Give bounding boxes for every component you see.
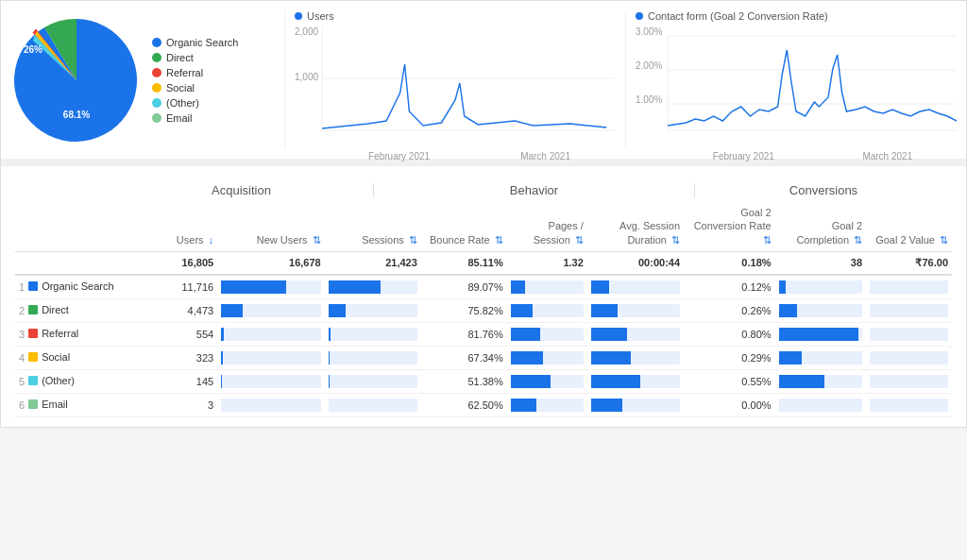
table-header-row: Users ↓ New Users ⇅ Sessions ⇅ Bounce Ra…	[15, 201, 952, 251]
sort-new-users-icon: ⇅	[313, 233, 321, 246]
conv-y-2: 2.00%	[636, 60, 662, 71]
conversion-chart-dot	[636, 12, 643, 20]
row-num-2: 3	[19, 329, 25, 340]
users-chart-section: Users 2,000 1,000 February 2021 March 20…	[284, 10, 616, 149]
pages-bar-cell-3	[507, 346, 587, 369]
row-num-4: 5	[19, 376, 25, 387]
conv-x-feb: February 2021	[713, 151, 774, 161]
pie-blue-label: 68.1%	[63, 110, 90, 120]
users-x-feb: February 2021	[368, 151, 430, 161]
th-sessions[interactable]: Sessions ⇅	[325, 201, 421, 251]
goal2-val-bar-cell-2	[866, 322, 952, 346]
users-cell-0: 11,716	[131, 275, 217, 299]
legend-email-dot	[152, 113, 161, 123]
users-cell-5: 3	[131, 393, 217, 416]
source-cell-1[interactable]: 2Direct	[15, 298, 131, 322]
avg-session-bar-cell-3	[587, 346, 684, 369]
pages-bar-cell-4	[507, 369, 587, 393]
chart-legend: Organic Search Direct Referral Social (O…	[152, 37, 238, 124]
conversion-chart-area: 3.00% 2.00% 1.00% February 2021 March 20…	[636, 26, 957, 149]
users-y-mid: 1,000	[295, 72, 318, 82]
source-cell-3[interactable]: 4Social	[15, 346, 131, 369]
legend-direct-label: Direct	[166, 52, 194, 63]
top-charts-section: 68.1% 26% Organic Search Direct Referral	[1, 1, 966, 166]
goal2-comp-bar-cell-5	[775, 393, 867, 416]
table-row[interactable]: 1Organic Search11,71689.07%0.12%	[15, 275, 952, 299]
sessions-bar-cell-1	[325, 298, 421, 322]
users-chart-area: 2,000 1,000 February 2021 March 2021	[295, 26, 616, 149]
table-row[interactable]: 5(Other)14551.38%0.55%	[15, 369, 952, 393]
bottom-table-section: Acquisition Behavior Conversions Users ↓…	[1, 166, 966, 427]
sort-bounce-icon: ⇅	[495, 233, 503, 246]
goal2-val-bar-cell-4	[866, 369, 952, 393]
sessions-bar-cell-5	[325, 393, 421, 416]
legend-other-dot	[152, 98, 161, 108]
avg-session-bar-cell-1	[587, 298, 684, 322]
pie-chart: 68.1% 26%	[10, 14, 143, 146]
avg-session-bar-cell-5	[587, 393, 684, 416]
legend-organic-search-label: Organic Search	[166, 37, 238, 48]
legend-direct-dot	[152, 53, 161, 62]
source-cell-0[interactable]: 1Organic Search	[15, 275, 131, 299]
group-headers-row: Acquisition Behavior Conversions	[15, 176, 952, 201]
total-sessions: 21,423	[325, 251, 421, 275]
goal2-rate-cell-2: 0.80%	[684, 322, 775, 346]
th-pages-session[interactable]: Pages / Session ⇅	[507, 201, 587, 251]
table-row[interactable]: 4Social32367.34%0.29%	[15, 346, 952, 369]
th-new-users[interactable]: New Users ⇅	[217, 201, 325, 251]
sessions-bar-cell-0	[325, 275, 421, 299]
row-num-1: 2	[19, 305, 25, 316]
table-row[interactable]: 6Email362.50%0.00%	[15, 393, 952, 416]
total-bounce-rate: 85.11%	[421, 251, 507, 275]
sessions-bar-cell-4	[325, 369, 421, 393]
sort-goal2-comp-icon: ⇅	[854, 233, 862, 246]
legend-direct: Direct	[152, 52, 238, 63]
data-table: Users ↓ New Users ⇅ Sessions ⇅ Bounce Ra…	[15, 201, 952, 417]
th-goal2-completion[interactable]: Goal 2 Completion ⇅	[775, 201, 867, 251]
th-avg-session[interactable]: Avg. Session Duration ⇅	[587, 201, 684, 251]
users-cell-1: 4,473	[131, 298, 217, 322]
sort-goal2-val-icon: ⇅	[940, 233, 948, 246]
th-goal2-rate[interactable]: Goal 2 Conversion Rate ⇅	[684, 201, 775, 251]
bounce-rate-cell-5: 62.50%	[421, 393, 507, 416]
goal2-rate-cell-3: 0.29%	[684, 346, 775, 369]
goal2-rate-cell-0: 0.12%	[684, 275, 775, 299]
new-users-bar-cell-3	[217, 346, 325, 369]
source-cell-4[interactable]: 5(Other)	[15, 369, 131, 393]
conversion-chart-title: Contact form (Goal 2 Conversion Rate)	[636, 10, 957, 22]
conv-y-3: 3.00%	[636, 26, 662, 37]
th-goal2-value[interactable]: Goal 2 Value ⇅	[866, 201, 952, 251]
row-num-3: 4	[19, 352, 25, 364]
users-chart-x-labels: February 2021 March 2021	[295, 151, 616, 161]
new-users-bar-cell-1	[217, 298, 325, 322]
avg-session-bar-cell-2	[587, 322, 684, 346]
avg-session-bar-cell-4	[587, 369, 684, 393]
sort-avg-icon: ⇅	[671, 233, 680, 246]
th-source	[15, 201, 131, 251]
goal2-comp-bar-cell-0	[775, 275, 867, 299]
bounce-rate-cell-4: 51.38%	[421, 369, 507, 393]
legend-other-label: (Other)	[166, 97, 199, 109]
goal2-comp-bar-cell-1	[775, 298, 867, 322]
goal2-val-bar-cell-0	[866, 275, 952, 299]
table-row[interactable]: 2Direct4,47375.82%0.26%	[15, 298, 952, 322]
source-cell-2[interactable]: 3Referral	[15, 322, 131, 346]
pie-chart-section: 68.1% 26% Organic Search Direct Referral	[10, 10, 275, 149]
legend-email: Email	[152, 112, 238, 124]
new-users-bar-cell-5	[217, 393, 325, 416]
legend-organic-search-dot	[152, 38, 161, 47]
goal2-comp-bar-cell-2	[775, 322, 867, 346]
th-bounce-rate[interactable]: Bounce Rate ⇅	[421, 201, 507, 251]
goal2-comp-bar-cell-4	[775, 369, 867, 393]
source-cell-5[interactable]: 6Email	[15, 393, 131, 416]
sort-users-icon: ↓	[209, 233, 214, 246]
sort-goal2-rate-icon: ⇅	[763, 233, 772, 246]
conversion-chart-x-labels: February 2021 March 2021	[636, 151, 957, 161]
users-chart-dot	[295, 12, 302, 20]
table-row[interactable]: 3Referral55481.76%0.80%	[15, 322, 952, 346]
th-users[interactable]: Users ↓	[131, 201, 217, 251]
bounce-rate-cell-3: 67.34%	[421, 346, 507, 369]
users-cell-4: 145	[131, 369, 217, 393]
conversion-chart-section: Contact form (Goal 2 Conversion Rate) 3.…	[625, 10, 957, 149]
users-cell-3: 323	[131, 346, 217, 369]
